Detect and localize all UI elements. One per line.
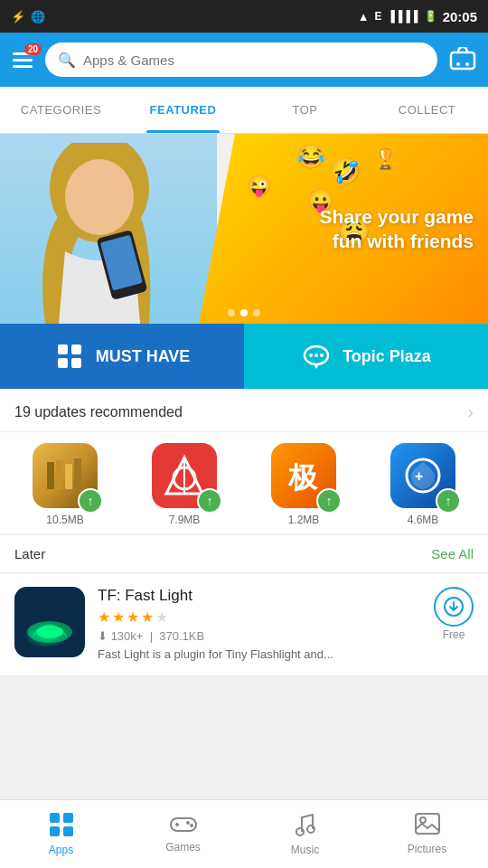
network-type: E — [375, 10, 382, 23]
banner-person — [0, 143, 199, 324]
featured-app-icon — [14, 587, 85, 657]
star-4: ★ — [141, 609, 154, 626]
svg-rect-18 — [74, 458, 81, 489]
top-bar: 20 🔍 — [0, 33, 488, 87]
svg-rect-8 — [71, 344, 81, 354]
clock: 20:05 — [443, 9, 477, 24]
nav-item-games[interactable]: Games — [122, 800, 244, 868]
app-icon-wrapper-2: ↑ — [152, 443, 217, 508]
star-5: ★ — [155, 609, 168, 626]
nav-music-label: Music — [291, 844, 319, 856]
updates-header[interactable]: 19 updates recommended › — [0, 389, 488, 432]
topic-plaza-label: Topic Plaza — [343, 347, 431, 366]
svg-text:极: 极 — [287, 461, 319, 494]
must-have-button[interactable]: MUST HAVE — [0, 324, 244, 389]
update-item-2[interactable]: ↑ 7.9MB — [152, 443, 217, 526]
chevron-right-icon: › — [467, 401, 474, 422]
apps-icon — [49, 812, 74, 840]
star-3: ★ — [127, 609, 139, 626]
svg-point-13 — [314, 354, 318, 357]
svg-point-4 — [65, 159, 134, 235]
action-buttons: MUST HAVE Topic Plaza — [0, 324, 488, 389]
download-count: 130k+ — [111, 629, 144, 643]
svg-rect-16 — [56, 460, 63, 489]
see-all-button[interactable]: See All — [431, 546, 474, 561]
nav-item-apps[interactable]: Apps — [0, 800, 122, 868]
tab-featured[interactable]: FEATURED — [122, 87, 244, 133]
chat-icon — [301, 341, 332, 372]
update-item-1[interactable]: ↑ 10.5MB — [33, 443, 98, 526]
emoji-decoration-2: 😜 — [247, 175, 271, 198]
tab-bar: CATEGORIES FEATURED TOP COLLECT — [0, 87, 488, 134]
svg-rect-31 — [63, 826, 73, 836]
featured-app-title: TF: Fast Light — [98, 587, 421, 605]
globe-icon: 🌐 — [31, 10, 45, 24]
music-icon — [295, 812, 316, 840]
nav-apps-label: Apps — [49, 844, 73, 856]
download-badge-4: ↑ — [436, 488, 461, 514]
updates-title: 19 updates recommended — [14, 404, 183, 420]
later-text[interactable]: Later — [14, 546, 45, 561]
emoji-decoration-3: 🤣 — [330, 156, 361, 186]
app-size-3: 1.2MB — [288, 514, 320, 526]
nav-item-music[interactable]: Music — [244, 800, 366, 868]
star-1: ★ — [98, 609, 110, 626]
banner[interactable]: 😂 😜 🤣 😛 😩 🏆 Share your game fun with fri… — [0, 134, 488, 324]
svg-rect-15 — [47, 462, 54, 489]
app-download-button[interactable]: Free — [434, 587, 474, 641]
featured-app-meta: ⬇ 130k+ | 370.1KB — [98, 629, 421, 643]
featured-icon-glow — [23, 621, 69, 648]
svg-point-40 — [420, 817, 426, 823]
gamepad-icon — [170, 815, 197, 837]
menu-button[interactable]: 20 — [9, 49, 36, 71]
banner-dot-3 — [253, 309, 260, 316]
svg-rect-39 — [416, 814, 439, 834]
update-item-3[interactable]: 极 ↑ 1.2MB — [271, 443, 336, 526]
search-input[interactable] — [83, 52, 425, 68]
usb-icon: ⚡ — [11, 10, 25, 24]
pictures-icon — [415, 813, 440, 839]
cart-button[interactable] — [446, 43, 479, 76]
later-row: Later See All — [0, 535, 488, 572]
tab-collect[interactable]: COLLECT — [366, 87, 488, 133]
featured-app-description: Fast Light is a plugin for Tiny Flashlig… — [98, 646, 421, 663]
file-size: 370.1KB — [159, 629, 204, 643]
svg-rect-0 — [451, 52, 474, 69]
nav-pictures-label: Pictures — [408, 843, 446, 855]
download-icon-small: ⬇ — [98, 629, 108, 643]
svg-point-14 — [320, 354, 324, 357]
grid-icon — [54, 341, 85, 372]
download-circle-3: ↑ — [318, 490, 340, 512]
tab-categories[interactable]: CATEGORIES — [0, 87, 122, 133]
nav-item-pictures[interactable]: Pictures — [366, 800, 488, 868]
topic-plaza-button[interactable]: Topic Plaza — [244, 324, 488, 389]
bottom-navigation: Apps Games Music — [0, 799, 488, 868]
svg-point-1 — [456, 62, 460, 66]
search-bar[interactable]: 🔍 — [45, 42, 437, 77]
banner-share-text: Share your game fun with friends — [293, 204, 474, 254]
search-icon: 🔍 — [58, 52, 76, 69]
status-left-icons: ⚡ 🌐 — [11, 10, 45, 24]
app-icon-wrapper-4: + ↑ — [390, 443, 455, 508]
emoji-decoration-1: 😂 — [296, 143, 325, 171]
app-size-1: 10.5MB — [46, 514, 83, 526]
download-circle-1: ↑ — [80, 490, 101, 512]
free-label: Free — [443, 628, 465, 641]
wifi-icon: ▲ — [358, 10, 370, 24]
featured-app-stars: ★ ★ ★ ★ ★ — [98, 609, 421, 626]
download-badge-1: ↑ — [78, 488, 103, 514]
tab-top[interactable]: TOP — [244, 87, 366, 133]
featured-app: TF: Fast Light ★ ★ ★ ★ ★ ⬇ 130k+ | 370.1… — [0, 574, 488, 675]
update-item-4[interactable]: + ↑ 4.6MB — [390, 443, 455, 526]
svg-rect-30 — [50, 826, 60, 836]
banner-dot-1 — [228, 309, 235, 316]
signal-icon: ▐▐▐▐ — [388, 10, 418, 23]
menu-line-2 — [13, 59, 33, 61]
svg-rect-9 — [58, 358, 68, 368]
svg-rect-10 — [71, 358, 81, 368]
notification-badge: 20 — [24, 43, 42, 55]
download-circle-4: ↑ — [437, 490, 459, 512]
svg-text:+: + — [415, 468, 423, 484]
must-have-label: MUST HAVE — [96, 347, 191, 366]
svg-rect-7 — [58, 344, 68, 354]
